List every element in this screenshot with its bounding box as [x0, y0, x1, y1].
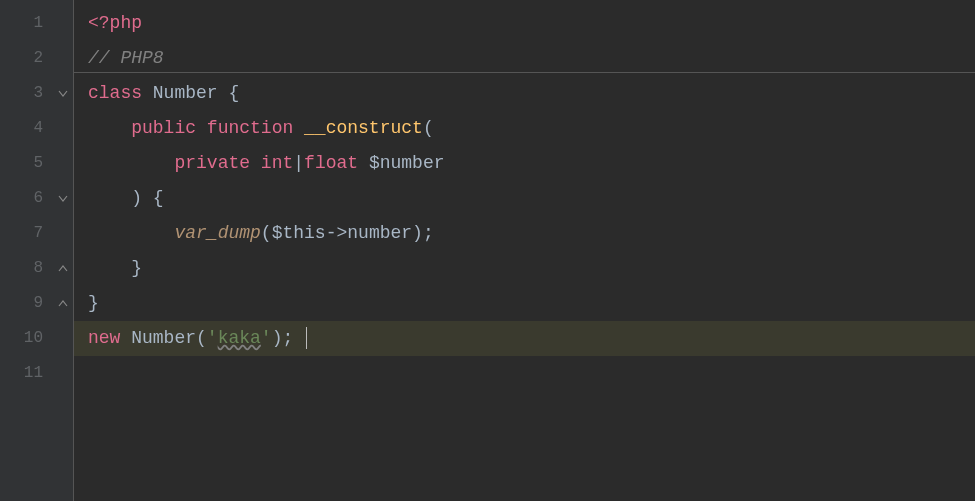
- fold-markers: [57, 6, 69, 321]
- indent: [88, 153, 174, 173]
- code-line[interactable]: private int|float $number: [74, 146, 975, 181]
- this: $this: [272, 223, 326, 243]
- string-quote: ': [261, 328, 272, 348]
- paren-semi: );: [412, 223, 434, 243]
- php-open-tag: <?php: [88, 13, 142, 33]
- function-call: var_dump: [174, 223, 260, 243]
- variable: $number: [369, 153, 445, 173]
- fold-spacer: [57, 111, 69, 146]
- keyword-class: class: [88, 83, 142, 103]
- line-number[interactable]: 10: [0, 321, 73, 356]
- code-line[interactable]: class Number {: [74, 76, 975, 111]
- brace: {: [228, 83, 239, 103]
- code-line[interactable]: // PHP8: [74, 41, 975, 76]
- string-quote: ': [207, 328, 218, 348]
- type-int: int: [250, 153, 293, 173]
- code-line[interactable]: public function __construct(: [74, 111, 975, 146]
- arrow: ->: [326, 223, 348, 243]
- code-line[interactable]: [74, 356, 975, 391]
- fold-close-icon[interactable]: [57, 286, 69, 321]
- paren: (: [261, 223, 272, 243]
- keyword-function: function: [196, 118, 304, 138]
- paren-brace: ) {: [131, 188, 163, 208]
- comment: // PHP8: [88, 48, 164, 68]
- pipe: |: [293, 153, 304, 173]
- indent: [88, 258, 131, 278]
- fold-spacer: [57, 216, 69, 251]
- fold-close-icon[interactable]: [57, 251, 69, 286]
- gutter: 1 2 3 4 5 6 7 8 9 10 11: [0, 0, 74, 501]
- indent: [88, 223, 174, 243]
- paren: (: [423, 118, 434, 138]
- keyword-new: new: [88, 328, 120, 348]
- magic-method: __construct: [304, 118, 423, 138]
- fold-open-icon[interactable]: [57, 76, 69, 111]
- code-line[interactable]: }: [74, 251, 975, 286]
- fold-spacer: [57, 6, 69, 41]
- code-line[interactable]: }: [74, 286, 975, 321]
- brace: }: [131, 258, 142, 278]
- keyword-public: public: [131, 118, 196, 138]
- line-number[interactable]: 11: [0, 356, 73, 391]
- brace: }: [88, 293, 99, 313]
- indent: [88, 118, 131, 138]
- code-line[interactable]: <?php: [74, 6, 975, 41]
- paren-semi: );: [272, 328, 304, 348]
- fold-open-icon[interactable]: [57, 181, 69, 216]
- keyword-private: private: [174, 153, 250, 173]
- fold-spacer: [57, 146, 69, 181]
- type-float: float: [304, 153, 369, 173]
- fold-spacer: [57, 41, 69, 76]
- code-line[interactable]: var_dump($this->number);: [74, 216, 975, 251]
- code-editor: 1 2 3 4 5 6 7 8 9 10 11: [0, 0, 975, 501]
- code-area[interactable]: <?php // PHP8 class Number { public func…: [74, 0, 975, 501]
- code-line[interactable]: ) {: [74, 181, 975, 216]
- string-literal-warning: kaka: [218, 328, 261, 348]
- code-line-active[interactable]: new Number('kaka');: [74, 321, 975, 356]
- class-call: Number(: [120, 328, 206, 348]
- property: number: [347, 223, 412, 243]
- class-name: Number: [142, 83, 228, 103]
- indent: [88, 188, 131, 208]
- text-cursor: [306, 327, 307, 349]
